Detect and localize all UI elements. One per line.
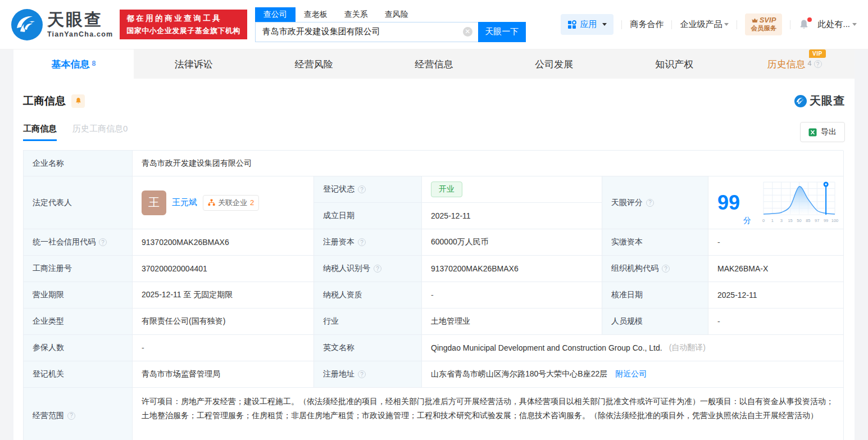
svg-text:85: 85 <box>806 218 810 223</box>
svg-text:0: 0 <box>762 218 765 223</box>
chevron-down-icon <box>602 23 607 26</box>
help-icon[interactable]: ? <box>646 199 654 207</box>
reg-no-value: 370200020004401 <box>133 256 314 282</box>
monitor-bell-button[interactable] <box>71 94 85 108</box>
business-term-label: 营业期限 <box>24 282 133 309</box>
search-tab-company[interactable]: 查公司 <box>255 7 296 22</box>
help-icon[interactable]: ? <box>358 370 366 378</box>
business-scope-label: 经营范围? <box>24 388 133 440</box>
svg-text:50: 50 <box>797 218 801 223</box>
tianyancha-watermark-icon <box>794 95 807 107</box>
tab-history-info[interactable]: 历史信息 VIP 4 ? <box>734 49 855 79</box>
taxpayer-qual-label: 纳税人资质 <box>314 282 422 309</box>
divider <box>671 20 672 29</box>
notification-dot <box>807 17 812 22</box>
company-type-value: 有限责任公司(国有独资) <box>133 309 314 335</box>
svg-text:1: 1 <box>771 218 774 223</box>
promo-line2: 国家中小企业发展子基金旗下机构 <box>126 27 240 34</box>
divider <box>790 20 790 29</box>
tab-intellectual-property[interactable]: 知识产权 <box>614 49 734 79</box>
org-chart-icon <box>208 199 215 206</box>
search-tab-boss[interactable]: 查老板 <box>296 7 336 22</box>
svg-text:100: 100 <box>831 218 839 223</box>
legal-rep-name-link[interactable]: 王元斌 <box>172 197 197 208</box>
excel-icon <box>808 128 817 137</box>
reg-authority-value: 青岛市市场监督管理局 <box>133 361 314 388</box>
apps-menu-button[interactable]: 应用 <box>561 14 613 35</box>
reg-address-label: 注册地址? <box>314 361 422 388</box>
legal-rep-avatar[interactable]: 王 <box>142 190 166 215</box>
section-title: 工商信息 <box>23 94 66 108</box>
approval-date-label: 核准日期 <box>602 282 708 309</box>
brand-domain: TianYanCha.com <box>47 31 113 38</box>
paid-capital-label: 实缴资本 <box>602 229 708 256</box>
svg-text:99: 99 <box>824 218 828 223</box>
legal-rep-cell: 王 王元斌 关联企业 2 <box>133 176 314 229</box>
related-companies-badge[interactable]: 关联企业 2 <box>203 195 259 211</box>
divider <box>621 20 622 29</box>
watermark-text: 天眼查 <box>810 93 845 108</box>
nav-business-coop[interactable]: 商务合作 <box>630 19 664 30</box>
reg-status-value: 开业 <box>422 176 602 203</box>
help-icon[interactable]: ? <box>67 412 75 420</box>
search-input-box: ✕ <box>255 22 478 42</box>
reg-authority-label: 登记机关 <box>24 361 133 388</box>
user-menu[interactable]: 此处有... <box>817 19 857 30</box>
english-name-value: Qingdao Municipal Development and Constr… <box>422 335 844 361</box>
help-icon[interactable]: ? <box>374 265 381 273</box>
search-tab-risk[interactable]: 查风险 <box>376 7 417 22</box>
search-tab-relation[interactable]: 查关系 <box>336 7 376 22</box>
brand-name: 天眼查 <box>47 11 113 28</box>
tab-basic-info[interactable]: 基本信息 8 <box>13 49 134 79</box>
insured-count-label: 参保人数 <box>24 335 133 361</box>
bell-icon <box>75 97 82 105</box>
divider <box>737 20 737 29</box>
tab-business-info[interactable]: 经营信息 <box>374 49 494 79</box>
help-icon[interactable]: ? <box>358 185 366 193</box>
nearby-companies-link[interactable]: 附近公司 <box>615 369 647 379</box>
reg-capital-value: 600000万人民币 <box>422 229 602 256</box>
company-type-label: 企业类型 <box>24 309 133 335</box>
tianyancha-logo[interactable]: 天眼查 TianYanCha.com <box>11 9 113 40</box>
business-info-card: 工商信息 天眼查 工商信息 历史工商信 <box>13 79 855 440</box>
svg-text:3: 3 <box>780 218 783 223</box>
svg-text:97: 97 <box>815 218 819 223</box>
help-icon[interactable]: ? <box>662 265 670 273</box>
taxpayer-id-value: 91370200MAK26BMAX6 <box>422 256 602 282</box>
uscc-value: 91370200MAK26BMAX6 <box>133 229 314 256</box>
help-icon[interactable]: ? <box>814 60 822 68</box>
nav-enterprise-products[interactable]: 企业级产品 <box>680 19 729 30</box>
app-grid-icon <box>567 20 576 29</box>
tab-basic-count: 8 <box>92 60 96 67</box>
crown-icon <box>752 18 758 23</box>
search-input[interactable] <box>262 27 463 37</box>
score-cell: 99 分 0131550859799100 <box>708 176 844 229</box>
paid-capital-value: - <box>708 229 844 256</box>
staff-size-value: - <box>708 309 844 335</box>
promo-line1: 都在用的商业查询工具 <box>126 15 240 22</box>
tab-legal[interactable]: 法律诉讼 <box>134 49 254 79</box>
export-button[interactable]: 导出 <box>800 122 845 142</box>
apps-label: 应用 <box>580 19 597 30</box>
help-icon[interactable]: ? <box>99 238 107 246</box>
subtab-business-info[interactable]: 工商信息 <box>23 124 57 141</box>
tab-history-count: 4 <box>808 60 812 67</box>
search-button[interactable]: 天眼一下 <box>478 22 526 42</box>
company-tabbar: 基本信息 8 法律诉讼 经营风险 经营信息 公司发展 知识产权 历史信息 VIP… <box>13 49 855 79</box>
score-distribution-chart[interactable]: 0131550859799100 <box>760 180 839 226</box>
company-name-label: 企业名称 <box>24 151 133 176</box>
status-badge: 开业 <box>431 182 462 197</box>
reg-capital-label: 注册资本? <box>314 229 422 256</box>
notifications-button[interactable] <box>798 19 810 30</box>
search-tabs: 查公司 查老板 查关系 查风险 <box>255 7 526 22</box>
score-value: 99 <box>717 193 740 213</box>
clear-search-icon[interactable]: ✕ <box>463 27 472 37</box>
top-header: 天眼查 TianYanCha.com 都在用的商业查询工具 国家中小企业发展子基… <box>0 0 868 49</box>
svip-member-button[interactable]: SVIP 会员服务 <box>745 13 782 35</box>
business-term-value: 2025-12-11 至 无固定期限 <box>133 282 314 309</box>
tab-operation-risk[interactable]: 经营风险 <box>254 49 374 79</box>
help-icon[interactable]: ? <box>358 238 366 246</box>
tab-company-development[interactable]: 公司发展 <box>494 49 614 79</box>
subtab-history-business-info[interactable]: 历史工商信息0 <box>72 124 128 141</box>
english-name-label: 英文名称 <box>314 335 422 361</box>
